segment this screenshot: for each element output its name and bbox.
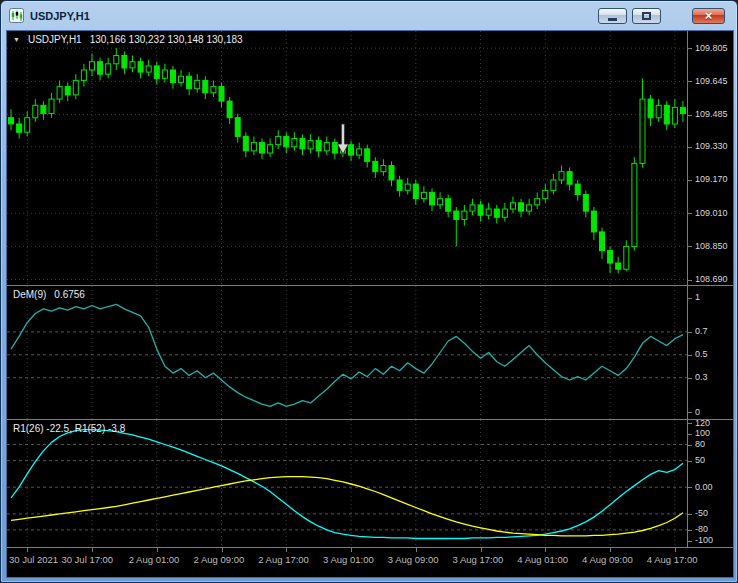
time-label: 30 Jul 17:00 <box>61 554 113 565</box>
axis-tick <box>688 147 692 148</box>
axis-label: 0.5 <box>695 349 708 360</box>
axis-label: 50 <box>695 455 705 466</box>
axis-label: -100 <box>695 535 713 546</box>
time-tick <box>286 548 287 552</box>
axis-tick <box>688 280 692 281</box>
time-tick <box>416 548 417 552</box>
axis-tick <box>688 541 692 542</box>
window-controls: × <box>598 8 725 24</box>
oscillator-readout: R1(26) -22.5, R1(52) -3.8 <box>13 423 125 434</box>
minimize-button[interactable] <box>598 8 627 24</box>
demarker-value: 0.6756 <box>54 289 85 300</box>
axis-label: 109.170 <box>695 174 728 185</box>
axis-label: -50 <box>695 508 708 519</box>
oscillator-pane[interactable]: 12010080500.00-50-80-100 R1(26) -22.5, R… <box>7 420 733 547</box>
demarker-plot <box>7 286 687 419</box>
time-label: 4 Aug 01:00 <box>517 554 568 565</box>
time-label: 3 Aug 17:00 <box>453 554 504 565</box>
axis-tick <box>688 423 692 424</box>
minimize-icon <box>608 18 617 21</box>
chart-window-icon <box>9 8 24 23</box>
axis-tick <box>688 246 692 247</box>
axis-tick <box>688 332 692 333</box>
time-label: 3 Aug 01:00 <box>323 554 374 565</box>
axis-tick <box>688 412 692 413</box>
axis-label: 0.3 <box>695 372 708 383</box>
axis-tick <box>688 115 692 116</box>
time-label: 4 Aug 09:00 <box>582 554 633 565</box>
time-tick <box>610 548 611 552</box>
time-tick <box>92 548 93 552</box>
time-tick <box>157 548 158 552</box>
axis-label: 109.805 <box>695 43 728 54</box>
axis-label: 80 <box>695 439 705 450</box>
time-label: 2 Aug 17:00 <box>258 554 309 565</box>
price-axis[interactable]: 109.805109.645109.485109.330109.170109.0… <box>687 31 733 285</box>
mt4-chart-window: USDJPY,H1 × 109.805109.645109.485109.330… <box>0 0 738 583</box>
axis-label: 0 <box>695 407 700 418</box>
axis-tick <box>688 298 692 299</box>
window-title: USDJPY,H1 <box>30 10 90 22</box>
time-label: 2 Aug 01:00 <box>129 554 180 565</box>
axis-label: 109.645 <box>695 76 728 87</box>
close-button[interactable]: × <box>692 8 725 24</box>
axis-label: 1 <box>695 292 700 303</box>
chart-client-area: 109.805109.645109.485109.330109.170109.0… <box>6 30 734 578</box>
time-axis[interactable]: 30 Jul 202130 Jul 17:002 Aug 01:002 Aug … <box>7 548 733 572</box>
axis-label: 109.010 <box>695 208 728 219</box>
time-label: 2 Aug 09:00 <box>194 554 245 565</box>
time-tick <box>675 548 676 552</box>
axis-label: -80 <box>695 524 708 535</box>
down-arrow-annotation[interactable] <box>337 124 348 154</box>
axis-tick <box>688 180 692 181</box>
axis-label: 100 <box>695 428 710 439</box>
demarker-name: DeM(9) <box>13 289 46 300</box>
axis-label: 0.00 <box>695 482 713 493</box>
time-label: 3 Aug 09:00 <box>388 554 439 565</box>
axis-label: 120 <box>695 418 710 429</box>
axis-tick <box>688 81 692 82</box>
time-tick <box>545 548 546 552</box>
collapse-arrow-icon[interactable]: ▼ <box>13 36 20 43</box>
time-tick <box>481 548 482 552</box>
axis-tick <box>688 445 692 446</box>
demarker-axis[interactable]: 10.70.50.30 <box>687 286 733 419</box>
demarker-readout: DeM(9) 0.6756 <box>13 289 85 300</box>
axis-label: 108.850 <box>695 241 728 252</box>
axis-tick <box>688 434 692 435</box>
axis-tick <box>688 514 692 515</box>
maximize-icon <box>642 12 651 20</box>
symbol-period-label: USDJPY,H1 <box>28 34 82 45</box>
axis-label: 109.330 <box>695 141 728 152</box>
demarker-pane[interactable]: 10.70.50.30 DeM(9) 0.6756 <box>7 286 733 419</box>
ohlc-readout: ▼ USDJPY,H1 130,166 130,232 130,148 130,… <box>13 34 243 45</box>
axis-tick <box>688 530 692 531</box>
time-label: 4 Aug 17:00 <box>647 554 698 565</box>
oscillator-values: R1(26) -22.5, R1(52) -3.8 <box>13 423 125 434</box>
axis-label: 0.7 <box>695 326 708 337</box>
close-icon: × <box>705 9 713 23</box>
axis-tick <box>688 461 692 462</box>
axis-label: 108.690 <box>695 274 728 285</box>
ohlc-values: 130,166 130,232 130,148 130,183 <box>90 34 243 45</box>
axis-tick <box>688 213 692 214</box>
candlestick-plot <box>7 31 687 285</box>
axis-tick <box>688 487 692 488</box>
titlebar[interactable]: USDJPY,H1 × <box>1 1 737 30</box>
axis-label: 109.485 <box>695 109 728 120</box>
time-tick <box>27 548 28 552</box>
axis-tick <box>688 355 692 356</box>
maximize-button[interactable] <box>632 8 661 24</box>
oscillator-axis[interactable]: 12010080500.00-50-80-100 <box>687 420 733 547</box>
time-tick <box>222 548 223 552</box>
price-pane[interactable]: 109.805109.645109.485109.330109.170109.0… <box>7 31 733 285</box>
axis-tick <box>688 48 692 49</box>
time-tick <box>351 548 352 552</box>
axis-tick <box>688 378 692 379</box>
time-label: 30 Jul 2021 <box>9 554 58 565</box>
oscillator-plot <box>7 420 687 547</box>
